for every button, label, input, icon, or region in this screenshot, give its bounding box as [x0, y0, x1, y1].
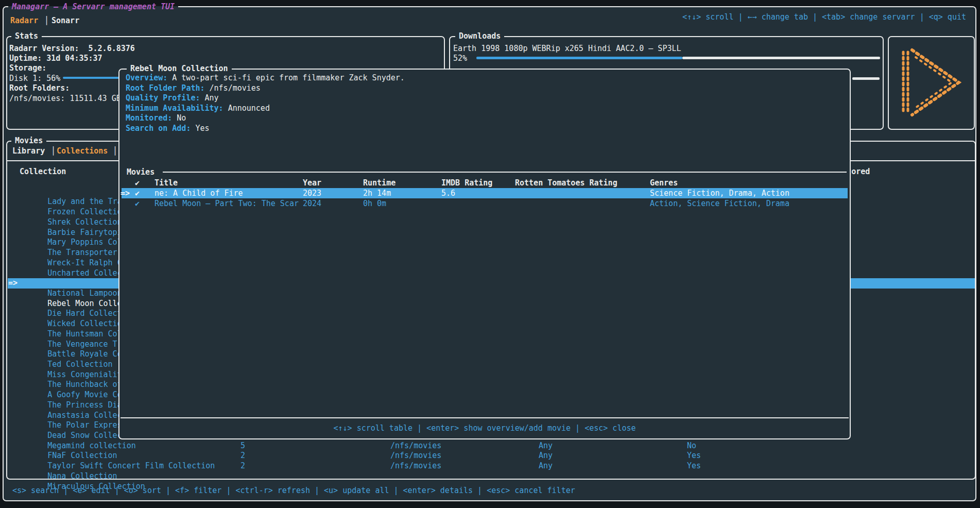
- managarr-logo-icon: [898, 44, 965, 121]
- movies-panel-title: Movies: [11, 136, 46, 146]
- modal-footer-divider: [121, 417, 849, 418]
- modal-keybinding-help: <↑↓> scroll table | <enter> show overvie…: [119, 423, 850, 433]
- managarr-tui-screen: { "app": { "title": "Managarr – A Servar…: [0, 0, 980, 508]
- collection-root-folder: /nfs/movies: [390, 441, 441, 451]
- detail-label: Search on Add:: [126, 124, 191, 133]
- detail-label: Minimum Availability:: [126, 104, 223, 113]
- collection-name: Nana Collection: [36, 471, 117, 481]
- movies-tab-separator-2: │: [113, 146, 117, 156]
- collection-row[interactable]: Taylor Swift Concert Film Collection 5 /…: [8, 441, 975, 451]
- download-progress-bar-filled: [476, 57, 682, 59]
- detail-field: Search on Add:Yes: [126, 124, 405, 134]
- tab-library[interactable]: Library: [12, 146, 45, 156]
- uptime: Uptime: 31d 04:35:37: [9, 53, 102, 63]
- movie-runtime: 2h 14m: [363, 188, 391, 198]
- detail-value: /nfs/movies: [210, 83, 261, 93]
- check-icon: ✔: [135, 188, 140, 198]
- detail-field: Overview:A two-part sci-fi epic from fil…: [126, 73, 405, 83]
- detail-value: Yes: [195, 124, 209, 133]
- detail-label: Monitored:: [126, 113, 172, 123]
- modal-movies-rows: => ✔ ne: A Child of Fire 2023 2h 14m 5.6…: [119, 188, 850, 209]
- disk-usage-label: Disk 1: 56%: [9, 73, 60, 83]
- header-genres: Genres: [650, 178, 678, 188]
- movie-imdb-rating: 5.6: [441, 188, 455, 198]
- collection-detail-fields: Overview:A two-part sci-fi epic from fil…: [126, 73, 405, 134]
- detail-field: Monitored:No: [126, 113, 405, 124]
- footer-keybinding-help: <s> search | <e> edit | <o> sort | <f> f…: [12, 485, 575, 496]
- detail-value: A two-part sci-fi epic from filmmaker Za…: [172, 73, 405, 82]
- header-year: Year: [303, 178, 321, 188]
- movie-title: ne: A Child of Fire: [154, 188, 243, 198]
- global-keybinding-help: <↑↓> scroll | ←→ change tab | <tab> chan…: [566, 12, 966, 22]
- header-title: Title: [154, 178, 178, 188]
- movie-year: 2024: [303, 198, 321, 209]
- detail-field: Quality Profile:Any: [126, 93, 405, 104]
- movie-title: Rebel Moon – Part Two: The Scar: [154, 198, 299, 209]
- detail-label: Overview:: [126, 73, 167, 82]
- header-rotten-tomatoes-rating: Rotten Tomatoes Rating: [515, 178, 617, 188]
- download-percent: 52%: [453, 53, 467, 63]
- selection-arrow: =>: [121, 188, 130, 198]
- download-progress-bar-remainder: [682, 57, 880, 59]
- detail-label: Root Folder Path:: [126, 83, 205, 93]
- modal-movies-section-title: Movies: [127, 167, 154, 177]
- app-title: Managarr – A Servarr management TUI: [8, 2, 178, 12]
- movie-runtime: 0h 0m: [363, 198, 386, 209]
- modal-title: Rebel Moon Collection: [127, 64, 232, 74]
- movies-section-divider: [163, 172, 847, 173]
- tab-collections[interactable]: Collections: [57, 146, 108, 156]
- collection-root-folder: /nfs/movies: [390, 451, 441, 461]
- collection-movie-count: 2: [240, 461, 245, 471]
- tab-sonarr[interactable]: Sonarr: [51, 15, 79, 26]
- downloads-panel-title: Downloads: [455, 31, 504, 41]
- download-item-title: Earth 1998 1080p WEBRip x265 Hindi AAC2.…: [453, 43, 681, 54]
- download-progress-fragment: [852, 77, 880, 80]
- detail-value: Any: [205, 93, 219, 103]
- collection-movie-count: 5: [240, 441, 245, 451]
- header-imdb-rating: IMDB Rating: [441, 178, 492, 188]
- detail-label: Quality Profile:: [126, 93, 200, 103]
- collection-details-modal: Rebel Moon Collection Overview:A two-par…: [118, 69, 851, 439]
- movie-year: 2023: [303, 188, 321, 198]
- root-folder-size: /nfs/movies: 11511.43 GB: [9, 93, 121, 104]
- movies-tab-separator: │: [51, 146, 56, 156]
- detail-field: Minimum Availability:Announced: [126, 104, 405, 114]
- collection-quality-profile: Any: [539, 451, 553, 461]
- movie-row[interactable]: => ✔ ne: A Child of Fire 2023 2h 14m 5.6…: [119, 188, 850, 198]
- movie-genres: Science Fiction, Drama, Action: [650, 188, 789, 198]
- collection-root-folder: /nfs/movies: [390, 461, 441, 471]
- collection-movie-count: 2: [240, 451, 245, 461]
- radarr-version: Radarr Version: 5.2.6.8376: [9, 43, 135, 54]
- tab-separator: │: [44, 15, 49, 26]
- detail-value: No: [177, 113, 186, 123]
- collection-row[interactable]: Miraculous Collection 2 /nfs/movies Any …: [8, 461, 975, 471]
- check-icon: ✔: [135, 178, 140, 188]
- modal-table-header: ✔ Title Year Runtime IMDB Rating Rotten …: [119, 178, 850, 188]
- storage-label: Storage:: [9, 63, 46, 73]
- collection-monitored: Yes: [687, 461, 701, 471]
- root-folders-label: Root Folders:: [9, 83, 70, 93]
- collection-column-header: Collection: [20, 166, 66, 177]
- collection-quality-profile: Any: [539, 441, 553, 451]
- collection-quality-profile: Any: [539, 461, 553, 471]
- check-icon: ✔: [135, 198, 140, 209]
- detail-field: Root Folder Path:/nfs/movies: [126, 83, 405, 94]
- header-runtime: Runtime: [363, 178, 396, 188]
- stats-panel-title: Stats: [11, 31, 42, 41]
- selection-arrow: =>: [8, 278, 18, 289]
- collection-row[interactable]: Nana Collection 2 /nfs/movies Any Yes: [8, 451, 975, 461]
- collection-monitored: Yes: [687, 451, 701, 461]
- movie-genres: Action, Science Fiction, Drama: [650, 198, 789, 209]
- collection-monitored: No: [687, 441, 696, 451]
- detail-value: Announced: [228, 104, 270, 113]
- movie-row[interactable]: ✔ Rebel Moon – Part Two: The Scar 2024 0…: [119, 198, 850, 209]
- tab-radarr[interactable]: Radarr: [10, 15, 38, 26]
